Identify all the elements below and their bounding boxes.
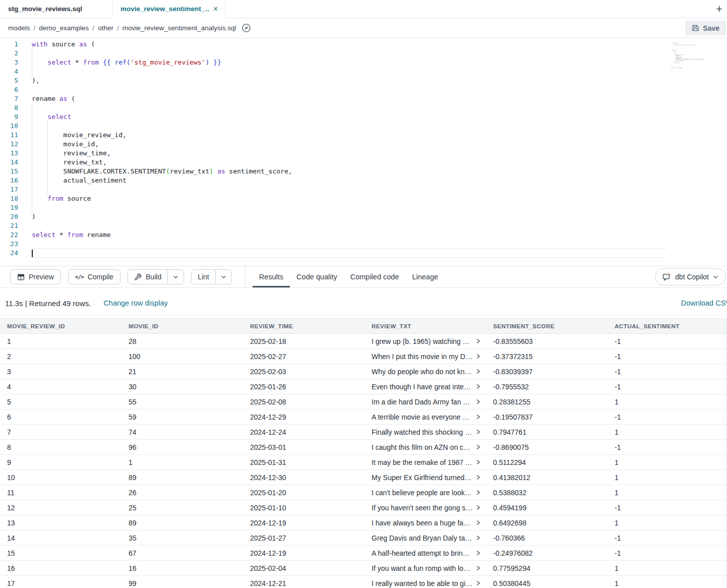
- chevron-right-icon[interactable]: [475, 550, 480, 556]
- line-number: 17: [0, 185, 18, 194]
- cell-review-txt: Even though I have great interest in Bi…: [365, 379, 486, 394]
- table-row: 1282025-02-18I grew up (b. 1965) watchin…: [0, 334, 727, 349]
- toolbar-divider: [245, 266, 246, 287]
- code-line: [32, 203, 667, 212]
- breadcrumb-segment: models: [8, 24, 30, 32]
- chevron-right-icon[interactable]: [475, 444, 480, 450]
- code-area[interactable]: with source as ( select * from {{ ref('s…: [672, 42, 705, 71]
- line-number: 12: [0, 140, 18, 149]
- code-line: movie_review_id,: [32, 131, 667, 140]
- close-icon[interactable]: ×: [213, 5, 218, 13]
- code-line: review_txt,: [32, 158, 667, 167]
- breadcrumb-separator: /: [34, 24, 36, 32]
- table-cell: 1: [608, 576, 726, 588]
- chevron-right-icon[interactable]: [475, 565, 480, 571]
- table-row: 14352025-01-27Greg Davis and Bryan Daly …: [0, 531, 727, 546]
- table-row: 7742024-12-24Finally watched this shocki…: [0, 425, 727, 440]
- lint-button[interactable]: Lint: [192, 270, 215, 284]
- change-row-display-link[interactable]: Change row display: [103, 299, 167, 307]
- code-token: with: [32, 40, 47, 48]
- chevron-right-icon[interactable]: [475, 354, 480, 359]
- chevron-right-icon[interactable]: [475, 475, 480, 480]
- table-cell: 2024-12-19: [243, 515, 365, 530]
- download-csv-link[interactable]: Download CSV: [681, 299, 727, 307]
- cell-review-txt: If you want a fun romp with loads of s…: [365, 561, 486, 575]
- chevron-right-icon[interactable]: [475, 369, 480, 374]
- save-button[interactable]: Save: [685, 21, 726, 35]
- build-dropdown-button[interactable]: [167, 270, 184, 284]
- code-line: [32, 185, 667, 194]
- new-tab-button[interactable]: +: [716, 2, 722, 16]
- tab-results[interactable]: Results: [253, 266, 290, 287]
- line-numbers: 123456789101112131415161718192021222324: [0, 40, 18, 258]
- line-number: 13: [0, 149, 18, 158]
- code-area[interactable]: with source as ( select * from {{ ref('s…: [32, 40, 727, 258]
- code-line: [32, 249, 667, 258]
- review-text: When I put this movie in my DVD playe…: [372, 352, 473, 361]
- tab-code-quality[interactable]: Code quality: [290, 266, 344, 287]
- line-number: 18: [0, 194, 18, 203]
- code-token: select: [47, 58, 71, 66]
- chevron-right-icon[interactable]: [475, 384, 480, 389]
- table-cell: 1: [608, 561, 726, 575]
- chevron-right-icon[interactable]: [475, 338, 480, 344]
- code-line: [32, 49, 667, 58]
- dbt-copilot-button[interactable]: dbt Copilot: [655, 268, 726, 285]
- table-cell: 0.5112294: [486, 455, 608, 469]
- review-text: I can't believe people are looking for a…: [372, 489, 473, 497]
- tab-stg-movie-reviews[interactable]: stg_movie_reviews.sql: [0, 0, 112, 18]
- code-token: sentiment_score,: [225, 167, 292, 175]
- review-text: Even though I have great interest in Bi…: [372, 383, 473, 391]
- table-cell: -1: [608, 349, 726, 364]
- compile-button[interactable]: </> Compile: [68, 269, 120, 284]
- cell-review-txt: A terrible movie as everyone has said. …: [365, 409, 486, 424]
- tab-compiled-code[interactable]: Compiled code: [344, 266, 406, 287]
- compass-icon[interactable]: [241, 23, 251, 33]
- table-cell: 89: [122, 470, 243, 485]
- code-line: [32, 67, 667, 76]
- review-text: I really wanted to be able to give this …: [372, 579, 473, 587]
- breadcrumb-segment: demo_examples: [39, 24, 89, 32]
- chevron-right-icon[interactable]: [475, 580, 480, 586]
- tab-lineage[interactable]: Lineage: [405, 266, 445, 287]
- table-cell: 11: [0, 485, 122, 500]
- indent-guide: [32, 194, 32, 203]
- minimap[interactable]: with source as ( select * from {{ ref('s…: [668, 42, 705, 72]
- code-token: as: [79, 40, 87, 48]
- code-line: ): [32, 212, 667, 221]
- line-number: 4: [0, 67, 18, 76]
- chevron-right-icon[interactable]: [475, 520, 480, 525]
- table-cell: -0.19507837: [486, 409, 608, 424]
- tab-movie-review-sentiment[interactable]: movie_review_sentiment_… ×: [112, 0, 225, 18]
- table-cell: -1: [608, 440, 726, 454]
- table-cell: 8: [0, 440, 122, 454]
- chevron-right-icon[interactable]: [475, 429, 480, 435]
- chevron-right-icon[interactable]: [475, 535, 480, 541]
- table-cell: 16: [0, 561, 122, 575]
- review-text: Im a die hard Dads Army fan and nothi…: [372, 398, 473, 406]
- table-row: 6592024-12-29A terrible movie as everyon…: [0, 409, 727, 425]
- table-row: 12252025-01-10If you haven't seen the go…: [0, 500, 727, 515]
- code-token: movie_id,: [32, 140, 99, 148]
- code-line: from source: [32, 194, 667, 203]
- table-cell: 13: [0, 515, 122, 530]
- chevron-right-icon[interactable]: [475, 490, 480, 495]
- chevron-right-icon[interactable]: [475, 414, 480, 420]
- build-button[interactable]: Build: [128, 270, 167, 284]
- table-cell: 30: [122, 379, 243, 394]
- breadcrumb-separator: /: [92, 24, 94, 32]
- table-cell: 9: [0, 455, 122, 469]
- table-cell: 15: [0, 546, 122, 560]
- preview-button[interactable]: Preview: [10, 269, 61, 284]
- chevron-right-icon[interactable]: [475, 459, 480, 465]
- chevron-right-icon[interactable]: [475, 505, 480, 510]
- chat-sparkle-icon: [662, 273, 671, 281]
- lint-dropdown-button[interactable]: [215, 270, 231, 284]
- line-number: 19: [0, 203, 18, 212]
- line-number: 10: [0, 122, 18, 131]
- code-brackets-icon: </>: [75, 274, 84, 280]
- table-header-row: MOVIE_REVIEW_IDMOVIE_IDREVIEW_TIMEREVIEW…: [0, 319, 727, 334]
- chevron-right-icon[interactable]: [475, 399, 480, 404]
- code-token: *: [71, 58, 83, 66]
- indent-guide: [32, 167, 32, 176]
